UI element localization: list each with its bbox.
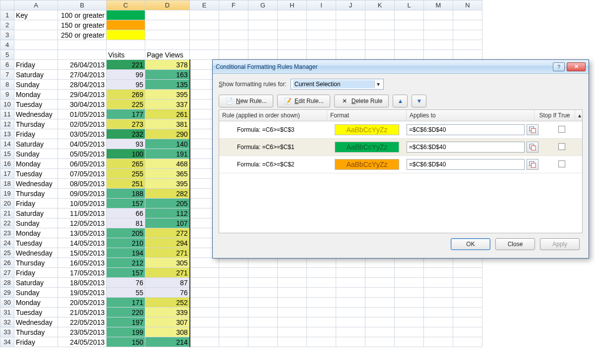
row-header-33[interactable]: 33 <box>0 327 14 337</box>
applies-to-input[interactable] <box>407 142 525 153</box>
cell-C34[interactable]: 150 <box>107 337 145 347</box>
rule-row[interactable]: Formula: =C6>=$C$1 AaBbCcYyZz <box>219 139 582 156</box>
cell[interactable] <box>395 30 424 40</box>
cell[interactable] <box>424 50 453 60</box>
cell-B8[interactable]: 28/04/2013 <box>58 80 107 90</box>
close-button[interactable]: Close <box>495 238 535 250</box>
cell-D32[interactable]: 307 <box>145 317 190 327</box>
cell-D9[interactable]: 395 <box>145 90 190 100</box>
cell[interactable] <box>336 298 365 308</box>
cell[interactable] <box>395 288 424 298</box>
cell-C5[interactable]: Visits <box>107 50 145 60</box>
cell[interactable] <box>395 20 424 30</box>
cell[interactable] <box>190 337 219 347</box>
cell-A10[interactable]: Tuesday <box>14 100 58 109</box>
cell-D21[interactable]: 112 <box>145 208 190 218</box>
row-header-25[interactable]: 25 <box>0 248 14 258</box>
cell-B33[interactable]: 23/05/2013 <box>58 327 107 337</box>
cell[interactable] <box>219 268 248 278</box>
move-down-button[interactable]: ▼ <box>412 95 426 107</box>
cell[interactable] <box>190 30 219 40</box>
cell[interactable] <box>278 30 307 40</box>
cell[interactable] <box>424 298 453 308</box>
cell[interactable] <box>453 50 482 60</box>
cell[interactable] <box>190 258 219 268</box>
col-header-I[interactable]: I <box>307 0 336 10</box>
cell-C24[interactable]: 210 <box>107 238 145 248</box>
range-picker-button[interactable] <box>527 124 538 135</box>
cell-B6[interactable]: 26/04/2013 <box>58 60 107 70</box>
cell-A19[interactable]: Thursday <box>14 189 58 199</box>
row-header-32[interactable]: 32 <box>0 317 14 327</box>
cell[interactable] <box>307 268 336 278</box>
cell[interactable] <box>453 30 482 40</box>
cell[interactable] <box>424 268 453 278</box>
cell-A17[interactable]: Tuesday <box>14 169 58 179</box>
cell-D27[interactable]: 271 <box>145 268 190 278</box>
cell[interactable] <box>278 20 307 30</box>
row-header-5[interactable]: 5 <box>0 50 14 60</box>
cell-B32[interactable]: 22/05/2013 <box>58 317 107 327</box>
cell-D18[interactable]: 395 <box>145 179 190 189</box>
cell-C1[interactable] <box>107 10 145 20</box>
cell[interactable] <box>424 30 453 40</box>
cell-C30[interactable]: 171 <box>107 298 145 308</box>
applies-to-input[interactable] <box>407 124 525 135</box>
cell-A3[interactable] <box>14 30 58 40</box>
cell[interactable] <box>424 40 453 50</box>
cell[interactable] <box>424 308 453 317</box>
cell[interactable] <box>248 278 278 288</box>
cell[interactable] <box>424 10 453 20</box>
cell-D22[interactable]: 107 <box>145 218 190 228</box>
row-header-7[interactable]: 7 <box>0 70 14 80</box>
cell-D29[interactable]: 76 <box>145 288 190 298</box>
cell[interactable] <box>278 298 307 308</box>
cell[interactable] <box>219 298 248 308</box>
cell[interactable] <box>248 308 278 317</box>
edit-rule-button[interactable]: 📝 Edit Rule... <box>277 95 330 107</box>
col-header-F[interactable]: F <box>219 0 248 10</box>
cell[interactable] <box>395 268 424 278</box>
cell-A25[interactable]: Wednesday <box>14 248 58 258</box>
cell[interactable] <box>219 278 248 288</box>
rule-row[interactable]: Formula: =C6>=$C$2 AaBbCcYyZz <box>219 156 582 173</box>
cell-A30[interactable]: Monday <box>14 298 58 308</box>
cell-C25[interactable]: 194 <box>107 248 145 258</box>
col-header-J[interactable]: J <box>336 0 365 10</box>
cell-C8[interactable]: 95 <box>107 80 145 90</box>
cell-B30[interactable]: 20/05/2013 <box>58 298 107 308</box>
cell[interactable] <box>336 40 365 50</box>
cell-D19[interactable]: 282 <box>145 189 190 199</box>
cell-C21[interactable]: 66 <box>107 208 145 218</box>
cell-B14[interactable]: 04/05/2013 <box>58 139 107 149</box>
row-header-16[interactable]: 16 <box>0 159 14 169</box>
cell-B31[interactable]: 21/05/2013 <box>58 308 107 317</box>
cell-B9[interactable]: 29/04/2013 <box>58 90 107 100</box>
col-header-A[interactable]: A <box>14 0 58 10</box>
cell-A7[interactable]: Saturday <box>14 70 58 80</box>
row-header-22[interactable]: 22 <box>0 218 14 228</box>
row-header-30[interactable]: 30 <box>0 298 14 308</box>
cell[interactable] <box>336 308 365 317</box>
cell-A23[interactable]: Monday <box>14 228 58 238</box>
cell[interactable] <box>336 337 365 347</box>
col-header-B[interactable]: B <box>58 0 107 10</box>
cell[interactable] <box>190 20 219 30</box>
row-header-18[interactable]: 18 <box>0 179 14 189</box>
cell[interactable] <box>219 327 248 337</box>
cell[interactable] <box>219 317 248 327</box>
cell[interactable] <box>307 337 336 347</box>
cell[interactable] <box>248 327 278 337</box>
cell-D12[interactable]: 381 <box>145 119 190 129</box>
cell[interactable] <box>248 268 278 278</box>
cell[interactable] <box>190 298 219 308</box>
cell[interactable] <box>278 50 307 60</box>
cell[interactable] <box>365 337 395 347</box>
cell-C2[interactable] <box>107 20 145 30</box>
cell-A28[interactable]: Saturday <box>14 278 58 288</box>
cell-B29[interactable]: 19/05/2013 <box>58 288 107 298</box>
cell-A6[interactable]: Friday <box>14 60 58 70</box>
cell-B19[interactable]: 09/05/2013 <box>58 189 107 199</box>
cell[interactable] <box>248 30 278 40</box>
cell-B12[interactable]: 02/05/2013 <box>58 119 107 129</box>
